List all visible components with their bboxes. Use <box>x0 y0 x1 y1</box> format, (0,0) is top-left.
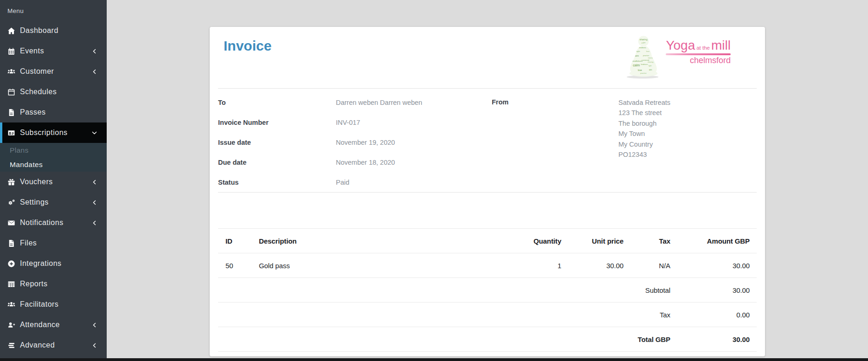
column-header: Quantity <box>469 229 561 253</box>
detail-row: Due dateNovember 18, 2020 <box>218 152 492 172</box>
svg-text:calm: calm <box>641 41 646 44</box>
line-items-section: IDDescriptionQuantityUnit priceTaxAmount… <box>218 228 757 352</box>
sidebar-item-label: Files <box>20 239 37 247</box>
envelope-icon <box>7 219 20 227</box>
sidebar-item-schedules[interactable]: Schedules <box>0 82 107 102</box>
users-icon <box>7 68 20 76</box>
sidebar-item-label: Advanced <box>20 341 55 349</box>
brand-word-mill: mill <box>711 38 731 53</box>
svg-text:kindness: kindness <box>639 47 646 49</box>
sidebar-item-label: Events <box>20 47 44 55</box>
sidebar-item-subscriptions[interactable]: Subscriptions <box>0 122 107 143</box>
users-icon <box>7 301 20 309</box>
sidebar-item-label: Integrations <box>20 259 62 268</box>
column-header: ID <box>218 229 259 253</box>
total-label: Subtotal <box>218 278 670 303</box>
submenu-item-mandates[interactable]: Mandates <box>0 157 107 172</box>
sidebar-nav: DashboardEventsCustomerSchedulesPassesSu… <box>0 20 107 355</box>
sidebar-item-label: Facilitators <box>20 300 58 309</box>
submenu-item-plans[interactable]: Plans <box>0 143 107 157</box>
calendar-outline-icon <box>7 88 20 96</box>
sidebar-item-settings[interactable]: Settings <box>0 192 107 213</box>
total-value: 0.00 <box>670 303 757 327</box>
detail-row: ToDarren weben Darren weben <box>218 92 492 112</box>
from-address: Satvada Retreats123 The streetThe boroug… <box>618 97 670 192</box>
invoice-details: ToDarren weben Darren webenInvoice Numbe… <box>218 89 757 192</box>
from-label: From <box>492 92 618 192</box>
invoice-card: Invoice sharingcalmkindnesslightloveompr… <box>210 27 765 356</box>
svg-text:kindness: kindness <box>641 64 648 65</box>
from-address-line: PO12343 <box>618 149 670 160</box>
sidebar-item-label: Customer <box>20 67 54 76</box>
chevron-left-icon <box>91 322 97 328</box>
detail-row: Issue dateNovember 19, 2020 <box>218 132 492 152</box>
sidebar-menu-label: Menu <box>0 0 107 20</box>
sidebar-item-integrations[interactable]: Integrations <box>0 253 107 274</box>
table-cell: 50 <box>218 253 259 278</box>
home-icon <box>7 27 20 35</box>
svg-text:practice: practice <box>641 72 647 74</box>
table-cell: N/A <box>624 253 670 278</box>
svg-text:calm: calm <box>633 64 640 67</box>
sidebar-item-attendance[interactable]: Attendance <box>0 315 107 335</box>
sidebar-item-events[interactable]: Events <box>0 41 107 61</box>
sidebar-item-label: Notifications <box>20 219 64 227</box>
invoice-details-right: From Satvada Retreats123 The streetThe b… <box>492 92 757 192</box>
sidebar-item-files[interactable]: Files <box>0 233 107 253</box>
sidebar-item-label: Subscriptions <box>20 129 68 137</box>
from-address-line: My Town <box>618 129 670 139</box>
buddha-wordcloud-icon: sharingcalmkindnesslightloveompracticena… <box>625 34 662 80</box>
sidebar-item-customer[interactable]: Customer <box>0 61 107 82</box>
sidebar-item-label: Reports <box>20 280 48 288</box>
total-value: 30.00 <box>670 327 757 352</box>
sidebar-item-label: Passes <box>20 108 45 116</box>
gears-icon <box>7 199 20 206</box>
table-icon <box>7 280 20 288</box>
main-content: Invoice sharingcalmkindnesslightloveompr… <box>107 0 868 361</box>
submenu-subscriptions: PlansMandates <box>0 143 107 172</box>
sidebar-item-label: Dashboard <box>20 26 58 35</box>
from-address-line: The borough <box>618 118 670 129</box>
column-header: Amount GBP <box>670 229 757 253</box>
file-icon <box>7 239 20 247</box>
table-cell: 1 <box>469 253 561 278</box>
svg-text:practice: practice <box>643 55 649 57</box>
brand-word-yoga: Yoga <box>666 38 695 53</box>
sidebar-item-vouchers[interactable]: Vouchers <box>0 172 107 192</box>
svg-text:love: love <box>638 69 642 71</box>
from-address-line: Satvada Retreats <box>618 97 670 108</box>
sidebar-item-dashboard[interactable]: Dashboard <box>0 20 107 41</box>
total-row: Total GBP30.00 <box>218 327 757 352</box>
detail-value: Paid <box>336 179 349 186</box>
chevron-left-icon <box>91 220 97 226</box>
sidebar-item-passes[interactable]: Passes <box>0 102 107 122</box>
detail-label: Status <box>218 179 336 186</box>
detail-value: INV-017 <box>336 119 360 126</box>
svg-text:light: light <box>637 50 641 52</box>
detail-label: Issue date <box>218 139 336 146</box>
chevron-down-icon <box>91 130 97 136</box>
detail-label: Due date <box>218 159 336 166</box>
chevron-left-icon <box>91 342 97 348</box>
invoice-title: Invoice <box>224 38 271 54</box>
total-value: 30.00 <box>670 278 757 303</box>
sidebar-item-facilitators[interactable]: Facilitators <box>0 294 107 315</box>
stream-icon <box>7 342 20 349</box>
detail-value: November 18, 2020 <box>336 159 395 166</box>
brand-subtitle: chelmsford <box>666 56 731 65</box>
user-plus-icon <box>7 321 20 329</box>
detail-row: Invoice NumberINV-017 <box>218 112 492 132</box>
table-cell: 30.00 <box>561 253 624 278</box>
svg-text:light: light <box>649 65 652 67</box>
brand-line: Yoga at the mill <box>666 38 731 53</box>
brand-word-atthe: at the <box>696 45 710 51</box>
from-address-line: 123 The street <box>618 108 670 118</box>
sidebar: Menu DashboardEventsCustomerSchedulesPas… <box>0 0 107 361</box>
sidebar-item-label: Settings <box>20 198 49 206</box>
total-row: Subtotal30.00 <box>218 278 757 303</box>
brand-text: Yoga at the mill chelmsford <box>666 34 731 65</box>
detail-value: Darren weben Darren weben <box>336 99 422 106</box>
sidebar-item-reports[interactable]: Reports <box>0 274 107 294</box>
sidebar-item-advanced[interactable]: Advanced <box>0 335 107 355</box>
sidebar-item-notifications[interactable]: Notifications <box>0 213 107 233</box>
